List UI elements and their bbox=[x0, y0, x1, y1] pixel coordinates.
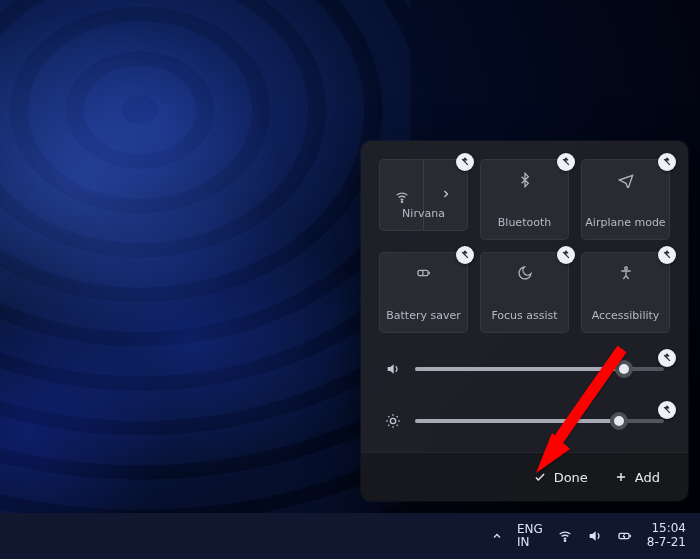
volume-slider-row bbox=[361, 351, 688, 377]
unpin-battery[interactable] bbox=[456, 246, 474, 264]
tile-battery-saver[interactable]: Battery saver bbox=[379, 252, 468, 333]
accessibility-icon bbox=[618, 265, 634, 281]
lang-line2: IN bbox=[517, 536, 543, 549]
clock-time: 15:04 bbox=[647, 522, 686, 536]
add-label: Add bbox=[635, 470, 660, 485]
tile-label: Focus assist bbox=[481, 309, 568, 322]
volume-slider[interactable] bbox=[415, 367, 664, 371]
quick-settings-tiles: Nirvana Bluetooth Airplane mode Battery … bbox=[361, 141, 688, 337]
unpin-focus[interactable] bbox=[557, 246, 575, 264]
svg-point-4 bbox=[564, 540, 565, 541]
brightness-slider-row bbox=[361, 403, 688, 429]
tile-label: Bluetooth bbox=[481, 216, 568, 229]
tile-bluetooth[interactable]: Bluetooth bbox=[480, 159, 569, 240]
brightness-slider[interactable] bbox=[415, 419, 664, 423]
bluetooth-icon bbox=[517, 172, 533, 188]
svg-point-2 bbox=[624, 267, 627, 270]
volume-icon bbox=[385, 361, 401, 377]
battery-icon bbox=[416, 265, 432, 281]
tray-overflow[interactable] bbox=[491, 530, 503, 542]
tile-label: Battery saver bbox=[380, 309, 467, 322]
plus-icon bbox=[614, 470, 628, 484]
unpin-accessibility[interactable] bbox=[658, 246, 676, 264]
unpin-brightness[interactable] bbox=[658, 401, 676, 419]
add-button[interactable]: Add bbox=[614, 470, 660, 485]
tile-label: Nirvana bbox=[380, 207, 467, 220]
tile-focus-assist[interactable]: Focus assist bbox=[480, 252, 569, 333]
language-indicator[interactable]: ENG IN bbox=[517, 523, 543, 549]
quick-settings-panel: Nirvana Bluetooth Airplane mode Battery … bbox=[361, 141, 688, 501]
unpin-bluetooth[interactable] bbox=[557, 153, 575, 171]
brightness-icon bbox=[385, 413, 401, 429]
taskbar-clock[interactable]: 15:04 8-7-21 bbox=[647, 522, 686, 550]
tile-wifi[interactable]: Nirvana bbox=[379, 159, 468, 231]
moon-icon bbox=[517, 265, 533, 281]
svg-point-0 bbox=[401, 201, 402, 202]
unpin-airplane[interactable] bbox=[658, 153, 676, 171]
tray-wifi[interactable] bbox=[557, 528, 573, 544]
tile-accessibility[interactable]: Accessibility bbox=[581, 252, 670, 333]
tray-battery[interactable] bbox=[617, 528, 633, 544]
done-button[interactable]: Done bbox=[533, 470, 588, 485]
svg-point-3 bbox=[390, 418, 395, 423]
tile-label: Accessibility bbox=[582, 309, 669, 322]
done-label: Done bbox=[554, 470, 588, 485]
wifi-icon bbox=[394, 189, 410, 205]
chevron-right-icon bbox=[440, 188, 452, 203]
check-icon bbox=[533, 470, 547, 484]
tile-airplane[interactable]: Airplane mode bbox=[581, 159, 670, 240]
panel-footer: Done Add bbox=[361, 452, 688, 501]
clock-date: 8-7-21 bbox=[647, 536, 686, 550]
unpin-volume[interactable] bbox=[658, 349, 676, 367]
taskbar: ENG IN 15:04 8-7-21 bbox=[0, 513, 700, 559]
tile-label: Airplane mode bbox=[582, 216, 669, 229]
airplane-icon bbox=[618, 172, 634, 188]
tray-volume[interactable] bbox=[587, 528, 603, 544]
unpin-wifi[interactable] bbox=[456, 153, 474, 171]
